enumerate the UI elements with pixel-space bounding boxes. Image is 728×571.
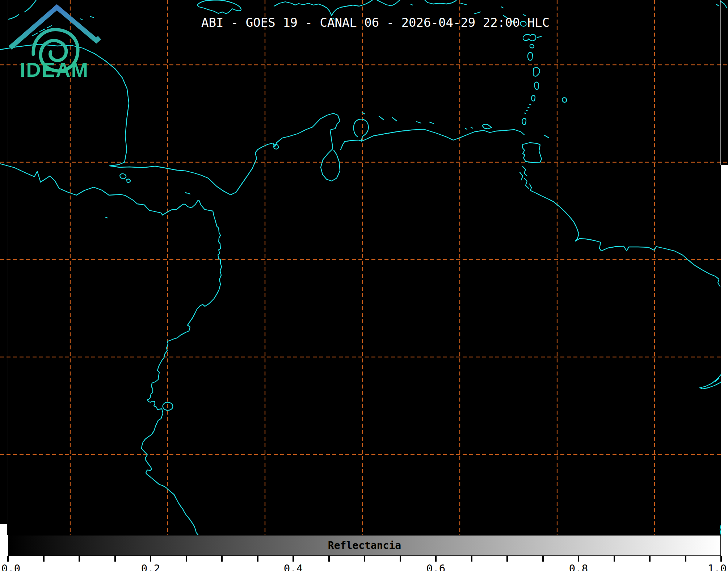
colorbar-tick	[471, 556, 472, 562]
colorbar-tick	[435, 556, 437, 562]
colorbar-tick	[221, 556, 223, 562]
colorbar-tick	[614, 556, 615, 562]
colorbar-tick	[720, 556, 722, 562]
colorbar-tick-label: 1.0	[708, 562, 727, 571]
colorbar-tick	[186, 556, 187, 562]
map-canvas: ABI - GOES 19 - CANAL 06 - 2026-04-29 22…	[0, 0, 728, 535]
colorbar-tick	[293, 556, 294, 562]
colorbar-tick	[150, 556, 151, 562]
colorbar-axis: 0.00.20.40.60.81.0	[0, 556, 728, 571]
colorbar-label: Reflectancia	[328, 539, 401, 551]
colorbar-tick	[578, 556, 579, 562]
colorbar-tick	[649, 556, 651, 562]
colorbar-tick-label: 0.6	[426, 562, 445, 571]
colorbar-tick	[400, 556, 401, 562]
colorbar-tick	[364, 556, 365, 562]
colorbar-tick	[43, 556, 45, 562]
colorbar-tick	[328, 556, 330, 562]
satellite-product-image: ABI - GOES 19 - CANAL 06 - 2026-04-29 22…	[0, 0, 728, 571]
reflectance-colorbar: Reflectancia	[8, 535, 721, 556]
colorbar-tick-label: 0.8	[569, 562, 588, 571]
data-edge-sliver	[0, 524, 7, 535]
colorbar-tick	[542, 556, 544, 562]
colorbar-tick	[685, 556, 686, 562]
colorbar-tick	[506, 556, 508, 562]
colorbar-tick	[79, 556, 80, 562]
colorbar-tick-label: 0.0	[1, 562, 20, 571]
colorbar-tick-label: 0.4	[284, 562, 303, 571]
colorbar-tick	[7, 556, 9, 562]
product-title: ABI - GOES 19 - CANAL 06 - 2026-04-29 22…	[201, 15, 550, 30]
ideam-logo: IDEAM	[0, 0, 116, 81]
ideam-logo-text: IDEAM	[20, 58, 89, 81]
colorbar-tick-label: 0.2	[141, 562, 160, 571]
colorbar-tick	[114, 556, 116, 562]
colorbar-tick	[257, 556, 258, 562]
data-edge-strip	[721, 165, 728, 535]
